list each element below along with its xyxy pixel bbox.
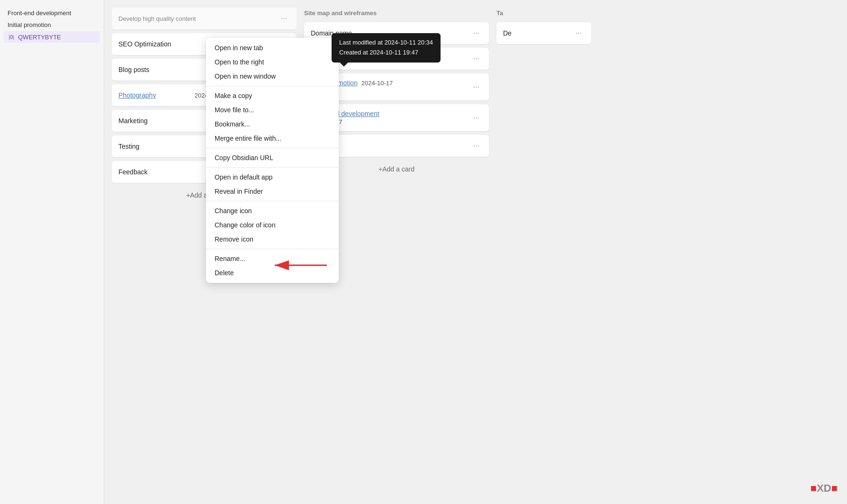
card-date-initial-promotion: 2024-10-17 (361, 80, 393, 87)
card-ellipsis-col3[interactable]: ··· (573, 28, 585, 38)
card-title-photography[interactable]: Photography (118, 91, 156, 99)
red-arrow-indicator (270, 256, 332, 275)
menu-divider-5 (206, 249, 339, 249)
menu-divider-4 (206, 201, 339, 201)
tooltip: Last modified at 2024-10-11 20:34 Create… (332, 33, 441, 63)
menu-copy-obsidian-url[interactable]: Copy Obsidian URL (206, 151, 339, 165)
sidebar-item-frontend[interactable]: Front-end development (4, 8, 100, 18)
menu-divider-2 (206, 148, 339, 148)
card-col3-partial: De ··· (496, 22, 591, 44)
menu-open-new-tab[interactable]: Open in new tab (206, 41, 339, 55)
partial-col3-header: Ta (496, 8, 591, 18)
sidebar-icon: |0| (8, 33, 15, 41)
partial-col2-header: Site map and wireframes (304, 8, 489, 18)
column-3: Ta De ··· (496, 8, 591, 496)
menu-merge-file[interactable]: Merge entire file with... (206, 131, 339, 145)
sidebar-item-initial-promotion[interactable]: Initial promotion (4, 19, 100, 30)
card-ellipsis-updates[interactable]: ··· (470, 141, 482, 151)
menu-bookmark[interactable]: Bookmark... (206, 117, 339, 131)
card-title-blog: Blog posts (118, 66, 149, 73)
main-content: Develop high quality content ··· SEO Opt… (104, 0, 847, 504)
sidebar-item-qwertybyte[interactable]: |0| QWERTYBYTE (4, 31, 100, 43)
partial-top-card: Develop high quality content ··· (112, 8, 297, 29)
menu-divider-1 (206, 86, 339, 86)
menu-open-default-app[interactable]: Open in default app (206, 170, 339, 184)
menu-open-new-window[interactable]: Open in new window (206, 69, 339, 83)
card-title-col3-partial: De (503, 29, 512, 37)
menu-remove-icon[interactable]: Remove icon (206, 232, 339, 246)
card-ellipsis-hosting[interactable]: ··· (470, 54, 482, 64)
menu-move-file[interactable]: Move file to... (206, 103, 339, 117)
card-ellipsis-frontend[interactable]: ··· (470, 113, 482, 123)
menu-reveal-finder[interactable]: Reveal in Finder (206, 184, 339, 198)
card-ellipsis[interactable]: ··· (278, 13, 290, 24)
card-ellipsis-domain[interactable]: ··· (470, 28, 482, 38)
context-menu: Open in new tab Open to the right Open i… (206, 38, 339, 283)
watermark: ■XD■ (811, 482, 838, 495)
menu-open-right[interactable]: Open to the right (206, 55, 339, 69)
menu-change-icon[interactable]: Change icon (206, 204, 339, 218)
card-title-marketing: Marketing (118, 117, 147, 125)
card-title-seo: SEO Optimization (118, 40, 171, 48)
menu-make-copy[interactable]: Make a copy (206, 89, 339, 103)
card-ellipsis-initial-promotion[interactable]: ··· (470, 82, 482, 92)
card-title-feedback: Feedback (118, 168, 147, 176)
menu-change-color-icon[interactable]: Change color of icon (206, 218, 339, 232)
menu-divider-3 (206, 167, 339, 168)
sidebar: Front-end development Initial promotion … (0, 0, 104, 504)
card-title-testing: Testing (118, 143, 139, 150)
